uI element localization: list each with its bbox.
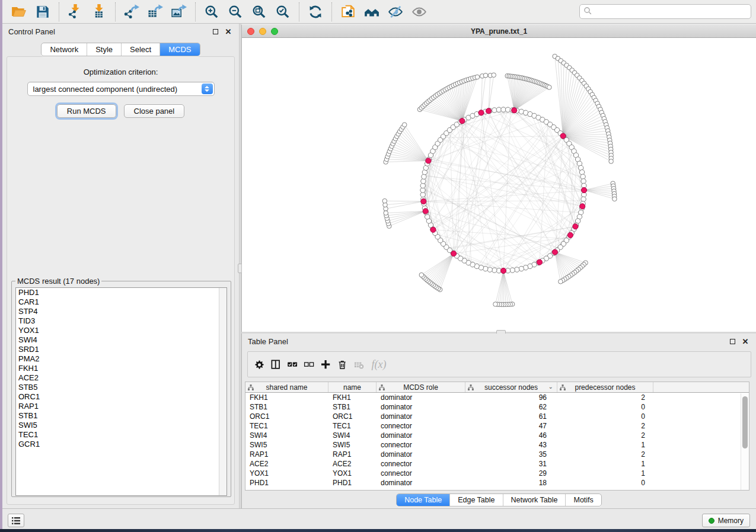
select-all-checkboxes-button[interactable] (286, 357, 299, 372)
dominator-node[interactable] (479, 110, 484, 116)
mcds-result-item[interactable]: SWI5 (16, 421, 227, 430)
cell-MCDS-role[interactable]: dominator (377, 431, 465, 440)
tab-style[interactable]: Style (87, 43, 121, 56)
mcds-result-item[interactable]: PMA2 (16, 354, 227, 364)
mcds-result-item[interactable]: TEC1 (16, 430, 227, 440)
table-row[interactable]: ORC1ORC1dominator610 (245, 412, 749, 421)
cell-successor-nodes[interactable]: 62 (465, 402, 557, 412)
cell-shared-name[interactable]: FKH1 (245, 393, 328, 402)
tab-network-table[interactable]: Network Table (503, 494, 566, 506)
mcds-result-list[interactable]: PHD1CAR1STP4TID3YOX1SWI4SRD1PMA2FKH1ACE2… (15, 287, 227, 496)
cell-MCDS-role[interactable]: connector (377, 440, 465, 450)
save-button[interactable] (31, 2, 55, 22)
cell-MCDS-role[interactable]: connector (377, 421, 465, 431)
dominator-node[interactable] (560, 133, 566, 139)
window-zoom-button[interactable] (271, 28, 278, 35)
cell-predecessor-nodes[interactable]: 1 (557, 469, 653, 478)
dominator-node[interactable] (421, 198, 426, 204)
cell-MCDS-role[interactable]: connector (377, 459, 465, 469)
mcds-result-item[interactable]: RAP1 (16, 402, 227, 411)
search-input[interactable] (579, 4, 751, 19)
table-row[interactable]: STB1STB1dominator620 (245, 402, 749, 412)
cell-name[interactable]: TEC1 (328, 421, 377, 431)
control-panel-float-button[interactable] (210, 27, 220, 36)
import-table-button[interactable] (87, 2, 111, 22)
dominator-node[interactable] (451, 251, 457, 256)
cell-shared-name[interactable]: RAP1 (245, 450, 328, 459)
cell-shared-name[interactable]: YOX1 (245, 469, 328, 478)
dominator-node[interactable] (426, 158, 431, 164)
dominator-node[interactable] (537, 259, 542, 265)
cell-successor-nodes[interactable]: 35 (465, 450, 557, 459)
refresh-button[interactable] (304, 2, 327, 22)
column-header-predecessor-nodes[interactable]: predecessor nodes (557, 382, 653, 392)
mcds-result-item[interactable]: STB1 (16, 411, 227, 421)
zoom-selected-button[interactable] (271, 2, 295, 22)
add-column-button[interactable] (319, 357, 332, 372)
open-folder-button[interactable] (7, 2, 31, 22)
mcds-result-item[interactable]: STP4 (16, 307, 227, 316)
cell-predecessor-nodes[interactable]: 0 (557, 402, 653, 412)
cell-predecessor-nodes[interactable]: 2 (557, 393, 653, 402)
cell-MCDS-role[interactable]: dominator (377, 402, 465, 412)
optimization-criterion-select[interactable]: largest connected component (undirected) (27, 82, 215, 96)
window-minimize-button[interactable] (259, 28, 266, 35)
dominator-node[interactable] (430, 227, 436, 232)
column-header-shared-name[interactable]: shared name (245, 382, 328, 392)
zoom-fit-button[interactable] (247, 2, 271, 22)
table-row[interactable]: PHD1PHD1dominator180 (245, 478, 749, 488)
dominator-node[interactable] (500, 268, 506, 273)
cell-name[interactable]: FKH1 (328, 393, 377, 402)
column-header-MCDS-role[interactable]: MCDS role (377, 382, 465, 392)
show-all-button[interactable] (407, 2, 431, 22)
dominator-node[interactable] (460, 118, 465, 124)
dominator-node[interactable] (573, 224, 578, 229)
hide-selected-button[interactable] (384, 2, 407, 22)
mcds-result-item[interactable]: STB5 (16, 383, 227, 392)
cell-name[interactable]: PHD1 (328, 478, 377, 488)
window-close-button[interactable] (247, 28, 254, 35)
close-panel-button[interactable]: Close panel (124, 104, 185, 118)
dominator-node[interactable] (567, 232, 573, 238)
mcds-result-item[interactable]: GCR1 (16, 440, 227, 449)
table-row[interactable]: YOX1YOX1connector291 (245, 469, 749, 478)
tab-motifs[interactable]: Motifs (565, 494, 601, 506)
cell-MCDS-role[interactable]: dominator (377, 393, 465, 402)
tab-mcds[interactable]: MCDS (160, 43, 199, 56)
cell-shared-name[interactable]: STB1 (245, 402, 328, 412)
column-header-name[interactable]: name (328, 382, 377, 392)
dominator-node[interactable] (552, 249, 557, 255)
dominator-node[interactable] (423, 209, 428, 214)
dominator-node[interactable] (581, 187, 586, 193)
tab-select[interactable]: Select (121, 43, 160, 56)
cell-name[interactable]: YOX1 (328, 469, 377, 478)
cell-successor-nodes[interactable]: 96 (465, 393, 557, 402)
cell-shared-name[interactable]: ORC1 (245, 412, 328, 421)
table-row[interactable]: FKH1FKH1dominator962 (245, 393, 749, 402)
cell-predecessor-nodes[interactable]: 2 (557, 421, 653, 431)
cell-successor-nodes[interactable]: 43 (465, 440, 557, 450)
mcds-result-item[interactable]: YOX1 (16, 326, 227, 335)
cell-shared-name[interactable]: PHD1 (245, 478, 328, 488)
cell-predecessor-nodes[interactable]: 1 (557, 440, 653, 450)
zoom-out-button[interactable] (224, 2, 247, 22)
cell-name[interactable]: ACE2 (328, 459, 377, 469)
table-row[interactable]: TEC1TEC1connector472 (245, 421, 749, 431)
cell-name[interactable]: SWI5 (328, 440, 377, 450)
table-row[interactable]: SWI4SWI4dominator462 (245, 431, 749, 440)
dominator-node[interactable] (512, 108, 517, 113)
table-row[interactable]: SWI5SWI5connector431 (245, 440, 749, 450)
cell-shared-name[interactable]: SWI4 (245, 431, 328, 440)
memory-button[interactable]: Memory (702, 514, 750, 527)
cell-predecessor-nodes[interactable]: 2 (557, 450, 653, 459)
cell-successor-nodes[interactable]: 29 (465, 469, 557, 478)
dominator-node[interactable] (486, 108, 491, 114)
cell-name[interactable]: SWI4 (328, 431, 377, 440)
run-mcds-button[interactable]: Run MCDS (57, 104, 116, 118)
split-columns-button[interactable] (269, 357, 282, 372)
dominator-node[interactable] (580, 204, 585, 209)
cell-successor-nodes[interactable]: 46 (465, 431, 557, 440)
mcds-result-item[interactable]: PHD1 (16, 288, 227, 297)
cell-successor-nodes[interactable]: 18 (465, 478, 557, 488)
cell-shared-name[interactable]: TEC1 (245, 421, 328, 431)
